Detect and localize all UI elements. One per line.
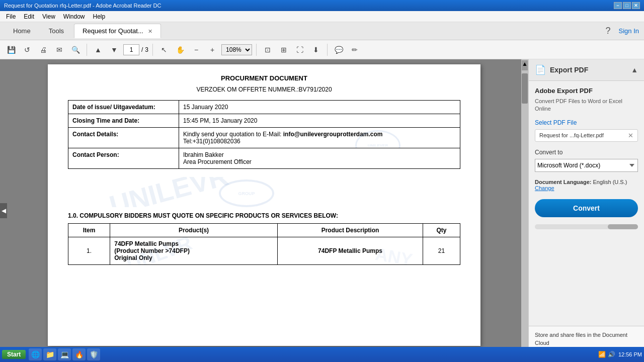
toolbar-sep-4 bbox=[327, 44, 328, 56]
menu-bar: File Edit View Window Help bbox=[0, 11, 644, 22]
tab-bar: Home Tools Request for Quotat... ✕ ? Sig… bbox=[0, 22, 644, 40]
taskbar-app-computer[interactable]: 💻 bbox=[58, 348, 71, 360]
network-icon: 📶 bbox=[598, 351, 606, 358]
document-language-row: Document Language: English (U.S.) Change bbox=[535, 179, 638, 191]
panel-scroll-thumb[interactable] bbox=[608, 224, 638, 229]
zoom-out-button[interactable]: − bbox=[189, 43, 203, 57]
file-remove-button[interactable]: ✕ bbox=[628, 132, 633, 139]
toolbar-sep-2 bbox=[152, 44, 153, 56]
format-select[interactable]: Microsoft Word (*.docx) Microsoft Excel … bbox=[535, 159, 638, 172]
next-page-button[interactable]: ▼ bbox=[107, 43, 121, 57]
pdf-viewer[interactable]: ◀ PROCURMENT DOCUMENT VERZOEK OM OFFERTE… bbox=[0, 59, 528, 362]
taskbar-apps: 🌐 📁 💻 🔥 🛡️ bbox=[29, 348, 100, 360]
file-tag: Request for ...fq-Letter.pdf ✕ bbox=[535, 129, 638, 142]
clock: 12:56 PM bbox=[618, 351, 642, 357]
doc-language-label: Document Language: bbox=[535, 179, 591, 185]
full-screen-button[interactable]: ⛶ bbox=[293, 43, 307, 57]
menu-window[interactable]: Window bbox=[59, 12, 89, 21]
search-button[interactable]: 🔍 bbox=[68, 43, 83, 57]
label-contact-person: Contact Person: bbox=[68, 148, 179, 169]
scroll-left-arrow[interactable]: ◀ bbox=[0, 203, 7, 218]
section-heading: 1.0. COMPULSORY BIDDERS MUST QUOTE ON SP… bbox=[68, 212, 460, 219]
hand-tool-button[interactable]: ✋ bbox=[173, 43, 187, 57]
window-controls: − □ ✕ bbox=[614, 2, 640, 9]
prev-page-button[interactable]: ▲ bbox=[91, 43, 105, 57]
change-language-link[interactable]: Change bbox=[535, 185, 554, 191]
cell-description: 74DFP Metallic Pumps ANY bbox=[277, 237, 423, 265]
export-pdf-header: 📄 Export PDF ▲ bbox=[529, 59, 644, 81]
menu-file[interactable]: File bbox=[2, 12, 20, 21]
maximize-button[interactable]: □ bbox=[623, 2, 631, 9]
undo-button[interactable]: ↺ bbox=[20, 43, 34, 57]
cell-qty: 21 bbox=[423, 237, 460, 265]
menu-help[interactable]: Help bbox=[89, 12, 110, 21]
export-pdf-title: Export PDF bbox=[550, 66, 588, 74]
convert-button[interactable]: Convert bbox=[535, 199, 638, 217]
menu-view[interactable]: View bbox=[38, 12, 59, 21]
sound-icon: 🔊 bbox=[608, 351, 615, 358]
comment-button[interactable]: 💬 bbox=[332, 43, 346, 57]
page-number-input[interactable]: 1 bbox=[123, 44, 139, 55]
tab-document[interactable]: Request for Quotat... ✕ bbox=[74, 24, 161, 38]
tab-close-icon[interactable]: ✕ bbox=[148, 28, 152, 34]
save-button[interactable]: 💾 bbox=[4, 43, 18, 57]
fit-width-button[interactable]: ⊡ bbox=[261, 43, 275, 57]
select-pdf-label: Select PDF File bbox=[535, 119, 638, 126]
minimize-button[interactable]: − bbox=[614, 2, 622, 9]
taskbar-app-acrobat[interactable]: 🛡️ bbox=[87, 348, 100, 360]
doc-main-title: PROCURMENT DOCUMENT bbox=[68, 74, 460, 82]
file-name: Request for ...fq-Letter.pdf bbox=[539, 132, 604, 138]
convert-to-label: Convert to bbox=[535, 149, 638, 156]
col-description: Product Description bbox=[277, 224, 423, 237]
label-contact-details: Contact Details: bbox=[68, 128, 179, 148]
menu-edit[interactable]: Edit bbox=[20, 12, 38, 21]
scroll-up-arrow[interactable]: ▲ bbox=[522, 60, 528, 70]
scroll-thumb[interactable] bbox=[522, 73, 528, 104]
value-contact-details: Kindly send your quotation to E-Mail: in… bbox=[179, 128, 460, 148]
tab-home-label: Home bbox=[13, 27, 31, 35]
taskbar-app-explorer[interactable]: 📁 bbox=[43, 348, 56, 360]
doc-sub-title: VERZOEK OM OFFERTE NUMMER.:BV791/2020 bbox=[68, 86, 460, 93]
highlight-button[interactable]: ✏ bbox=[348, 43, 362, 57]
sign-in-button[interactable]: Sign In bbox=[619, 27, 639, 35]
zoom-in-button[interactable]: + bbox=[205, 43, 219, 57]
tab-tools[interactable]: Tools bbox=[41, 24, 72, 38]
table-row: Contact Person: Ibrahim BakkerArea Procu… bbox=[68, 148, 460, 169]
taskbar-app-firefox[interactable]: 🔥 bbox=[72, 348, 86, 360]
print-button[interactable]: 🖨 bbox=[36, 43, 50, 57]
start-button[interactable]: Start bbox=[2, 350, 26, 359]
select-tool-button[interactable]: ↖ bbox=[157, 43, 171, 57]
pdf-scroll-area[interactable]: PROCURMENT DOCUMENT VERZOEK OM OFFERTE N… bbox=[0, 59, 528, 362]
sys-tray: 📶 🔊 bbox=[598, 351, 615, 358]
pdf-page: PROCURMENT DOCUMENT VERZOEK OM OFFERTE N… bbox=[48, 64, 480, 346]
table-row: Contact Details: Kindly send your quotat… bbox=[68, 128, 460, 148]
value-contact-person: Ibrahim BakkerArea Procurement Officer bbox=[179, 148, 460, 169]
collapse-icon[interactable]: ▲ bbox=[631, 66, 638, 74]
export-pdf-icon: 📄 bbox=[535, 64, 546, 75]
fit-page-button[interactable]: ⊞ bbox=[277, 43, 291, 57]
title-text: Request for Quotation rfq-Letter.pdf - A… bbox=[4, 3, 614, 9]
toolbar: 💾 ↺ 🖨 ✉ 🔍 ▲ ▼ 1 / 3 ↖ ✋ − + 108% 100% 75… bbox=[0, 40, 644, 59]
taskbar-right: 📶 🔊 12:56 PM bbox=[598, 351, 642, 358]
panel-scrollbar[interactable] bbox=[535, 224, 638, 229]
download-button[interactable]: ⬇ bbox=[309, 43, 323, 57]
taskbar: Start 🌐 📁 💻 🔥 🛡️ 📶 🔊 12:56 PM bbox=[0, 347, 644, 362]
export-description: Convert PDF Files to Word or Excel Onlin… bbox=[535, 98, 638, 113]
export-title-row: 📄 Export PDF bbox=[535, 64, 588, 75]
cell-product: 74DFP Metallic Pumps(Product Number >74D… bbox=[110, 237, 278, 265]
table-row: Date of issue/ Uitgavedatum: 15 January … bbox=[68, 101, 460, 114]
doc-info-table: Date of issue/ Uitgavedatum: 15 January … bbox=[68, 100, 460, 169]
help-icon[interactable]: ? bbox=[606, 26, 611, 36]
watermark-area: UNILEVR GROUP bbox=[68, 177, 460, 207]
pdf-scrollbar[interactable]: ▲ ▼ bbox=[521, 59, 528, 362]
toolbar-sep-1 bbox=[87, 44, 87, 56]
col-qty: Qty bbox=[423, 224, 460, 237]
email-button[interactable]: ✉ bbox=[52, 43, 66, 57]
tab-home[interactable]: Home bbox=[5, 24, 39, 38]
title-bar: Request for Quotation rfq-Letter.pdf - A… bbox=[0, 0, 644, 11]
taskbar-app-ie[interactable]: 🌐 bbox=[29, 348, 42, 360]
zoom-select[interactable]: 108% 100% 75% 150% bbox=[221, 44, 252, 55]
value-closing: 15:45 PM, 15 January 2020 bbox=[179, 114, 460, 128]
close-button[interactable]: ✕ bbox=[632, 2, 640, 9]
export-pdf-body: Adobe Export PDF Convert PDF Files to Wo… bbox=[529, 81, 644, 326]
